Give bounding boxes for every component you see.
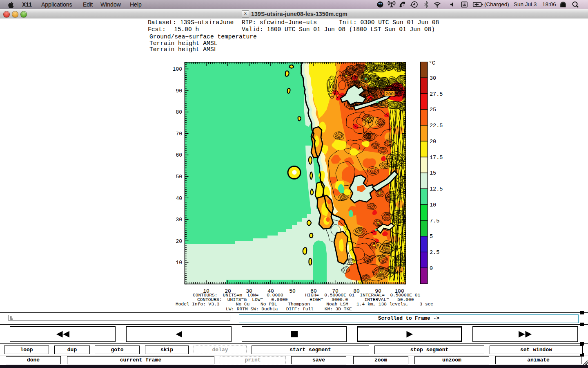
svg-text:90: 90 [375, 288, 381, 294]
svg-text:80: 80 [176, 109, 182, 115]
svg-text:50: 50 [289, 288, 296, 294]
svg-text:10: 10 [430, 202, 436, 208]
svg-text:70: 70 [176, 131, 182, 137]
svg-text:5: 5 [430, 233, 433, 240]
svg-text:70: 70 [332, 288, 339, 294]
svg-text:30: 30 [246, 288, 252, 294]
svg-text:27.5: 27.5 [430, 91, 443, 97]
svg-text:2.5: 2.5 [430, 249, 439, 256]
svg-text:200: 200 [385, 92, 394, 96]
svg-text:15: 15 [430, 170, 436, 176]
svg-text:30: 30 [430, 75, 436, 81]
svg-text:100: 100 [173, 66, 182, 72]
svg-text:40: 40 [267, 288, 274, 294]
svg-text:12.5: 12.5 [430, 186, 443, 192]
svg-text:°C: °C [429, 60, 435, 66]
svg-text:10: 10 [176, 260, 182, 266]
svg-text:60: 60 [310, 288, 317, 294]
svg-text:40: 40 [176, 195, 182, 202]
svg-text:100: 100 [394, 288, 404, 294]
svg-text:10: 10 [203, 288, 209, 294]
svg-text:25: 25 [430, 107, 436, 113]
svg-text:22.5: 22.5 [430, 123, 443, 129]
svg-text:20: 20 [176, 238, 182, 245]
svg-text:0: 0 [430, 265, 433, 272]
svg-text:17.5: 17.5 [430, 155, 443, 161]
svg-text:20: 20 [225, 288, 231, 294]
svg-text:80: 80 [353, 288, 360, 294]
svg-text:90: 90 [176, 88, 182, 94]
svg-text:30: 30 [176, 217, 182, 223]
svg-text:50: 50 [176, 174, 182, 180]
svg-text:60: 60 [176, 152, 182, 158]
svg-text:7.5: 7.5 [430, 218, 439, 224]
svg-text:20: 20 [430, 139, 436, 145]
